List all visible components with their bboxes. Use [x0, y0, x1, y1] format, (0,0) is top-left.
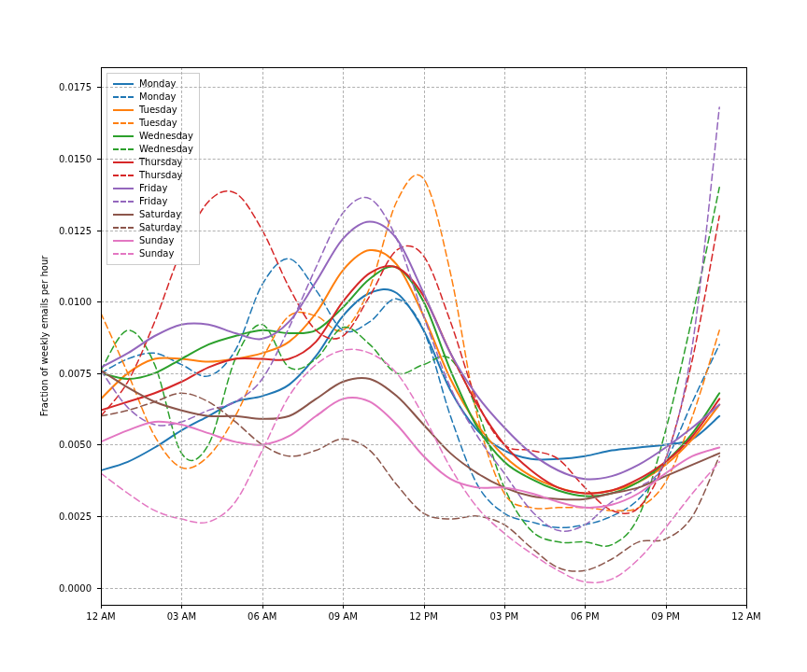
- legend-label: Wednesday: [139, 130, 193, 143]
- x-tick-label: 12 AM: [86, 611, 115, 622]
- legend-label: Saturday: [139, 208, 181, 221]
- legend-swatch: [113, 135, 134, 137]
- x-tick-label: 09 PM: [651, 611, 680, 622]
- legend-label: Saturday: [139, 221, 181, 234]
- legend-label: Friday: [139, 182, 167, 195]
- y-tick-label: 0.0125: [59, 225, 97, 235]
- legend-swatch: [113, 253, 134, 255]
- legend-label: Tuesday: [139, 117, 177, 130]
- figure: Fraction of weekly emails per hour Monda…: [0, 0, 807, 672]
- x-tick-label: 06 PM: [571, 611, 600, 622]
- series-saturday-dashed: [101, 393, 719, 571]
- legend-label: Thursday: [139, 169, 183, 182]
- y-tick-label: 0.0100: [59, 297, 97, 307]
- y-tick-label: 0.0000: [59, 582, 97, 593]
- y-gridline: [101, 516, 746, 517]
- y-axis-label: Fraction of weekly emails per hour: [39, 256, 50, 417]
- spine-right: [746, 67, 747, 605]
- x-gridline: [585, 67, 586, 605]
- legend-swatch: [113, 148, 134, 150]
- legend-swatch: [113, 227, 134, 229]
- legend-swatch: [113, 161, 134, 163]
- spine-bottom: [101, 605, 746, 606]
- x-gridline: [424, 67, 425, 605]
- legend-label: Tuesday: [139, 104, 177, 117]
- y-tick-label: 0.0175: [59, 82, 97, 92]
- x-tick-label: 09 AM: [328, 611, 357, 622]
- spine-left: [101, 67, 102, 605]
- legend-label: Friday: [139, 195, 167, 208]
- legend-swatch: [113, 96, 134, 98]
- x-gridline: [504, 67, 505, 605]
- y-gridline: [101, 373, 746, 374]
- legend-swatch: [113, 109, 134, 111]
- x-gridline: [181, 67, 182, 605]
- x-tick-label: 12 PM: [409, 611, 438, 622]
- x-gridline: [666, 67, 667, 605]
- legend-label: Monday: [139, 91, 176, 104]
- legend-swatch: [113, 175, 134, 176]
- legend-swatch: [113, 83, 134, 85]
- x-tick-label: 12 AM: [731, 611, 760, 622]
- y-gridline: [101, 87, 746, 88]
- y-tick-label: 0.0150: [59, 154, 97, 164]
- x-tick-label: 06 AM: [248, 611, 276, 622]
- x-tick: [746, 605, 747, 609]
- x-tick-label: 03 PM: [490, 611, 519, 622]
- legend-swatch: [113, 214, 134, 216]
- y-gridline: [101, 231, 746, 231]
- series-monday-solid: [101, 289, 719, 470]
- legend-label: Sunday: [139, 234, 174, 247]
- series-sunday-dashed: [101, 349, 719, 582]
- y-gridline: [101, 301, 746, 302]
- x-gridline: [262, 67, 263, 605]
- legend-swatch: [113, 122, 134, 124]
- y-tick-label: 0.0050: [59, 440, 97, 450]
- legend: MondayMondayTuesdayTuesdayWednesdayWedne…: [106, 73, 200, 265]
- legend-label: Sunday: [139, 247, 174, 260]
- legend-swatch: [113, 240, 134, 242]
- y-tick-label: 0.0025: [59, 511, 97, 522]
- legend-swatch: [113, 188, 134, 189]
- legend-label: Monday: [139, 77, 176, 91]
- y-gridline: [101, 588, 746, 589]
- x-gridline: [343, 67, 344, 605]
- y-gridline: [101, 444, 746, 445]
- series-thursday-solid: [101, 266, 719, 494]
- legend-label: Wednesday: [139, 143, 193, 156]
- spine-top: [101, 67, 746, 68]
- legend-swatch: [113, 201, 134, 203]
- series-saturday-solid: [101, 371, 719, 499]
- y-gridline: [101, 159, 746, 160]
- y-tick-label: 0.0075: [59, 368, 97, 378]
- x-tick-label: 03 AM: [167, 611, 196, 622]
